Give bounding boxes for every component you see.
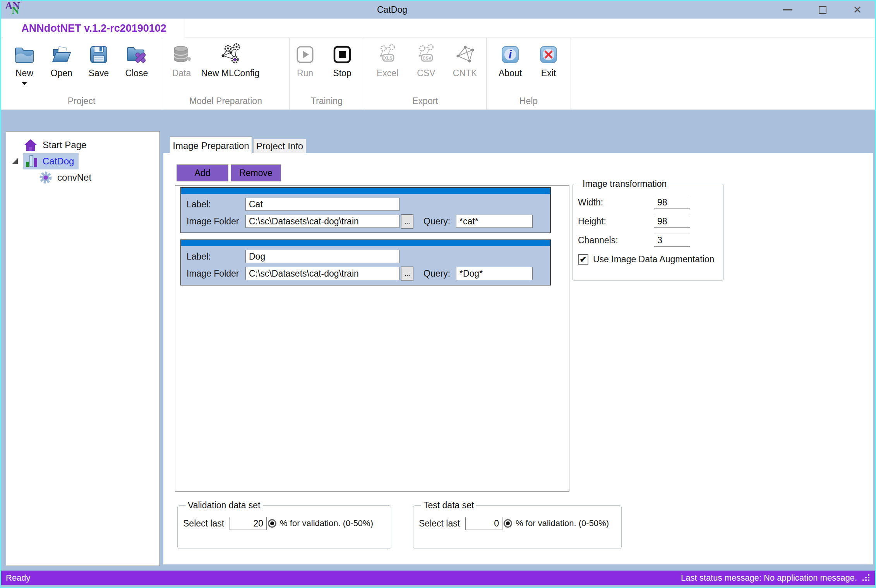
width-input[interactable] (654, 196, 690, 209)
save-button[interactable]: Save (80, 38, 117, 79)
test-suffix-label: % for validation. (0-50%) (516, 518, 609, 528)
browse-button[interactable]: ... (401, 214, 413, 229)
window-title: CatDog (1, 1, 783, 19)
run-button[interactable]: Run (290, 38, 321, 79)
channels-label: Channels: (578, 235, 654, 246)
tree-item-start-page-label: Start Page (43, 140, 86, 150)
ribbon-group-model-preparation: Data (162, 38, 290, 109)
test-dataset-legend: Test data set (421, 500, 476, 511)
expander-icon[interactable] (12, 158, 18, 164)
image-transformation-group: Image transformation Width: Height: Chan… (572, 179, 724, 281)
label-input[interactable] (245, 198, 399, 211)
ribbon-tab-main[interactable]: ANNdotNET v.1.2-rc20190102 (3, 19, 185, 38)
ribbon-group-help-label: Help (487, 96, 571, 106)
validation-radio[interactable] (268, 519, 276, 528)
open-button-label: Open (51, 68, 72, 79)
validation-percent-input[interactable] (230, 517, 267, 530)
height-input[interactable] (654, 215, 690, 228)
image-folder-input[interactable] (245, 215, 399, 228)
network-gears-icon (219, 42, 242, 67)
image-folder-field-label: Image Folder (187, 216, 245, 227)
stop-icon (333, 42, 351, 67)
new-mlconfig-button[interactable]: New MLConfig (199, 38, 261, 79)
test-percent-input[interactable] (465, 517, 502, 530)
workspace: Start Page CatDog (1, 110, 875, 571)
validation-dataset-legend: Validation data set (185, 500, 263, 511)
gear-icon (39, 171, 53, 185)
image-folder-field-label: Image Folder (187, 268, 245, 279)
query-input[interactable] (456, 267, 533, 280)
ribbon-group-export: XLS Excel CSV CSV (364, 38, 487, 109)
label-item-cat-header (181, 188, 550, 194)
export-csv-label: CSV (417, 68, 435, 79)
tree-item-catdog[interactable]: CatDog (6, 153, 159, 169)
export-excel-button[interactable]: XLS Excel (370, 38, 405, 79)
tab-project-info[interactable]: Project Info (253, 139, 306, 154)
project-bars-icon (25, 154, 39, 168)
maximize-icon (819, 6, 826, 14)
exit-x-icon (539, 42, 558, 67)
bottom-strip (1, 585, 875, 588)
cntk-network-icon (454, 42, 475, 67)
test-select-last-label: Select last (419, 518, 460, 529)
test-radio[interactable] (504, 519, 512, 528)
ribbon-group-export-label: Export (364, 96, 486, 106)
new-folder-icon (14, 42, 35, 67)
titlebar: AN N CatDog ✕ (1, 1, 875, 19)
augmentation-checkbox[interactable] (578, 254, 588, 265)
ribbon-group-model-preparation-label: Model Preparation (162, 96, 289, 106)
new-mlconfig-button-label: New MLConfig (201, 68, 260, 79)
tree-item-convnet[interactable]: convNet (6, 169, 159, 186)
save-button-label: Save (89, 68, 109, 79)
export-cntk-button[interactable]: CNTK (447, 38, 483, 79)
label-field-label: Label: (187, 199, 245, 210)
close-button[interactable]: ✕ (840, 1, 875, 19)
label-input[interactable] (245, 250, 399, 263)
exit-button[interactable]: Exit (531, 38, 566, 79)
channels-input[interactable] (654, 234, 690, 247)
open-button[interactable]: Open (43, 38, 80, 79)
maximize-button[interactable] (805, 1, 840, 19)
about-button-label: About (499, 68, 522, 79)
open-folder-icon (51, 42, 72, 67)
image-preparation-panel: Add Remove Label: Image Folder ... (163, 153, 873, 564)
augmentation-label: Use Image Data Augmentation (593, 254, 714, 265)
label-item-dog-header (181, 240, 550, 246)
tab-image-preparation[interactable]: Image Preparation (170, 137, 252, 154)
about-button[interactable]: i About (493, 38, 528, 79)
export-csv-button[interactable]: CSV CSV (408, 38, 444, 79)
resize-grip[interactable] (862, 574, 870, 582)
close-project-button[interactable]: Close (117, 38, 156, 79)
query-input[interactable] (456, 215, 533, 228)
width-label: Width: (578, 197, 654, 208)
play-icon (296, 42, 314, 67)
svg-text:i: i (509, 48, 512, 61)
home-icon (23, 138, 38, 152)
tree-selection-highlight: CatDog (23, 153, 79, 169)
exit-button-label: Exit (541, 68, 556, 79)
close-icon: ✕ (853, 5, 862, 15)
remove-button[interactable]: Remove (231, 164, 281, 181)
new-button-label: New (15, 68, 33, 79)
validation-select-last-label: Select last (183, 518, 224, 529)
height-label: Height: (578, 216, 654, 227)
export-cntk-label: CNTK (453, 68, 477, 79)
tree-item-start-page[interactable]: Start Page (6, 137, 159, 153)
browse-button[interactable]: ... (401, 267, 413, 281)
label-item-dog[interactable]: Label: Image Folder ... Query: (180, 239, 551, 285)
label-item-cat[interactable]: Label: Image Folder ... Query: (180, 187, 551, 233)
svg-text:CSV: CSV (423, 56, 432, 60)
minimize-button[interactable] (770, 1, 805, 19)
info-icon: i (501, 42, 519, 67)
ribbon-group-project: New Open (1, 38, 162, 109)
tree-item-convnet-label: convNet (57, 172, 91, 183)
close-button-label: Close (125, 68, 148, 79)
add-button[interactable]: Add (177, 164, 228, 181)
ribbon-group-training: Run Stop Training (290, 38, 364, 109)
new-button[interactable]: New (6, 38, 43, 85)
stop-button[interactable]: Stop (327, 38, 358, 79)
ribbon-group-training-label: Training (290, 96, 364, 106)
data-button[interactable]: Data (164, 38, 199, 79)
image-folder-input[interactable] (245, 267, 399, 280)
dropdown-arrow-icon[interactable] (22, 82, 27, 85)
